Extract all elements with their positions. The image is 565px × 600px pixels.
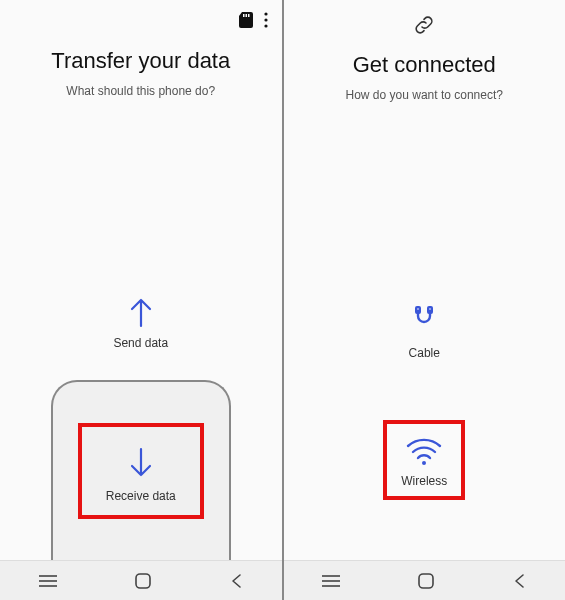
svg-point-3 <box>264 12 267 15</box>
screen-transfer-data: Transfer your data What should this phon… <box>0 0 282 600</box>
wireless-option[interactable]: Wireless <box>383 420 465 500</box>
cable-icon <box>407 304 441 338</box>
screen-get-connected: Get connected How do you want to connect… <box>284 0 566 600</box>
back-button[interactable] <box>512 573 526 589</box>
cable-option[interactable]: Cable <box>407 304 441 360</box>
svg-point-12 <box>417 308 419 310</box>
svg-rect-18 <box>419 574 433 588</box>
link-icon <box>413 14 435 36</box>
send-data-label: Send data <box>113 336 168 350</box>
header-left: Transfer your data What should this phon… <box>0 40 282 108</box>
arrow-down-icon <box>126 447 156 481</box>
dual-screenshot: Transfer your data What should this phon… <box>0 0 565 600</box>
page-subtitle: How do you want to connect? <box>304 88 546 102</box>
page-title: Get connected <box>304 52 546 78</box>
recent-apps-button[interactable] <box>39 574 57 588</box>
receive-data-option[interactable]: Receive data <box>78 423 204 519</box>
wifi-icon <box>404 434 444 466</box>
svg-rect-9 <box>136 574 150 588</box>
more-icon[interactable] <box>264 12 268 28</box>
page-subtitle: What should this phone do? <box>20 84 262 98</box>
home-button[interactable] <box>417 572 435 590</box>
svg-point-5 <box>264 24 267 27</box>
back-button[interactable] <box>229 573 243 589</box>
arrow-up-icon <box>126 294 156 328</box>
top-link-icon-wrap <box>284 0 566 44</box>
receive-phone-outline: Receive data <box>51 380 231 560</box>
home-button[interactable] <box>134 572 152 590</box>
android-nav-bar-right <box>284 560 566 600</box>
recent-apps-button[interactable] <box>322 574 340 588</box>
svg-point-4 <box>264 18 267 21</box>
page-title: Transfer your data <box>20 48 262 74</box>
receive-data-label: Receive data <box>106 489 176 503</box>
svg-rect-11 <box>427 306 433 314</box>
svg-rect-0 <box>243 14 245 17</box>
svg-point-13 <box>429 308 431 310</box>
send-data-option[interactable]: Send data <box>113 294 168 350</box>
wireless-label: Wireless <box>401 474 447 488</box>
header-right: Get connected How do you want to connect… <box>284 44 566 112</box>
svg-rect-10 <box>415 306 421 314</box>
sd-card-icon[interactable] <box>238 11 254 29</box>
options-area-left: Send data Receive data <box>0 193 282 560</box>
android-nav-bar-left <box>0 560 282 600</box>
svg-rect-1 <box>245 14 247 17</box>
top-bar <box>0 0 282 40</box>
cable-label: Cable <box>409 346 440 360</box>
svg-point-14 <box>422 461 426 465</box>
svg-rect-2 <box>248 14 250 17</box>
options-area-right: Cable Wireless <box>284 197 566 560</box>
